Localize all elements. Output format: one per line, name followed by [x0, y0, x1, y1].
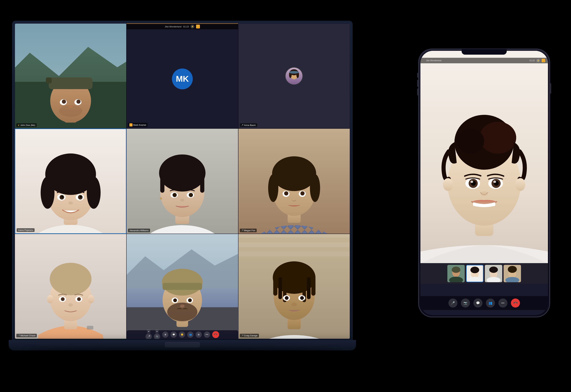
- svg-point-20: [289, 71, 299, 73]
- cell-alexandra-williams[interactable]: Alexandra Williams: [126, 128, 238, 234]
- phone-more-button[interactable]: •••: [498, 298, 508, 308]
- laptop-shadow: [26, 349, 339, 354]
- michael-chase-video: [15, 234, 126, 339]
- bearded-man-video: [127, 234, 238, 339]
- thumb-john-doe-img: [447, 265, 465, 282]
- cell-bearded-man[interactable]: [126, 234, 238, 339]
- svg-point-33: [80, 196, 82, 198]
- thumb-alexandra[interactable]: [485, 265, 502, 282]
- phone-top-bar: Jitsi Wonderland 01:23 ⚡ 🔒: [421, 58, 548, 63]
- anna-baum-badge: 🎤 Anna Baum: [240, 123, 257, 127]
- screen-share-button[interactable]: 🖥: [162, 332, 168, 338]
- laptop-screen: ♛ John Doe (Me) Jitsi Wonderland 01:23 ⚡…: [15, 23, 350, 339]
- phone-meeting-title: Jitsi Wonderland: [426, 59, 441, 62]
- svg-point-88: [188, 298, 192, 302]
- svg-point-82: [162, 269, 203, 295]
- video-chevron[interactable]: ▲: [155, 330, 159, 333]
- svg-point-141: [508, 266, 517, 273]
- phone-screen: Jitsi Wonderland 01:23 ⚡ 🔒: [421, 51, 548, 315]
- thumb-megan[interactable]: [504, 265, 521, 282]
- anna-circle-photo: [285, 67, 303, 85]
- mic-button[interactable]: 🎤: [146, 333, 152, 339]
- svg-rect-8: [46, 78, 52, 84]
- phone-thumbnail-strip: [421, 263, 548, 284]
- mic-chevron[interactable]: ▲: [147, 330, 150, 333]
- laptop-screen-bezel: ♛ John Doe (Me) Jitsi Wonderland 01:23 ⚡…: [12, 21, 353, 341]
- svg-point-14: [68, 105, 73, 108]
- svg-rect-7: [49, 78, 92, 89]
- svg-point-70: [77, 297, 81, 301]
- phone-participants-button[interactable]: 👥: [486, 298, 495, 308]
- svg-point-55: [268, 174, 278, 202]
- svg-rect-99: [273, 277, 277, 295]
- mic-off-icon: 🎤: [241, 124, 243, 126]
- quality-icon[interactable]: ⚡: [191, 25, 194, 28]
- phone-quality-icon[interactable]: ⚡: [536, 59, 540, 62]
- craig-garage-video: [239, 234, 350, 339]
- michael-chase-name: Michael Chase: [20, 334, 35, 337]
- cell-john-doe[interactable]: ♛ John Doe (Me): [15, 23, 126, 128]
- ioana-popescu-badge: Ioana Popescu: [17, 228, 35, 232]
- svg-point-129: [452, 266, 460, 273]
- svg-point-108: [300, 296, 304, 300]
- participants-button[interactable]: 👥: [187, 332, 194, 338]
- mk-avatar: MK: [172, 69, 193, 89]
- grid-button[interactable]: ⊞: [195, 332, 202, 338]
- cell-craig-garage[interactable]: 🎤 Craig Garage: [238, 234, 350, 339]
- phone-main-video[interactable]: [421, 51, 548, 284]
- emoji-button[interactable]: 😊: [179, 332, 185, 338]
- svg-point-45: [189, 193, 193, 197]
- megan-fox-name: Megan Fox: [244, 229, 255, 232]
- phone-device: Jitsi Wonderland 01:23 ⚡ 🔒: [418, 49, 550, 317]
- laptop-device: ♛ John Doe (Me) Jitsi Wonderland 01:23 ⚡…: [9, 21, 356, 350]
- cell-megan-fox[interactable]: 🎤 Megan Fox: [238, 128, 350, 234]
- svg-rect-100: [278, 277, 282, 299]
- alexandra-williams-video: [127, 129, 238, 234]
- svg-point-59: [284, 191, 288, 196]
- cell-mark-kramer[interactable]: Jitsi Wonderland 01:23 ⚡ 🔒 MK ♪ Mark Kra…: [126, 23, 238, 128]
- phone-chat-button[interactable]: 💬: [473, 298, 482, 308]
- svg-rect-40: [160, 174, 165, 193]
- megan-fox-badge: 🎤 Megan Fox: [240, 229, 257, 232]
- svg-point-46: [160, 197, 162, 200]
- end-call-button[interactable]: 📞: [211, 330, 221, 339]
- chat-button[interactable]: 💬: [170, 332, 177, 338]
- ioana-popescu-name: Ioana Popescu: [18, 229, 33, 231]
- svg-rect-94: [239, 252, 350, 256]
- laptop-trackpad: [165, 342, 200, 347]
- svg-rect-102: [311, 277, 315, 295]
- svg-point-109: [291, 303, 297, 306]
- volume-down-button: [417, 88, 418, 95]
- thumb-ioana[interactable]: [466, 265, 483, 282]
- svg-point-89: [180, 304, 185, 308]
- john-doe-name: John Doe (Me): [20, 124, 35, 126]
- svg-point-125: [493, 181, 496, 183]
- cell-ioana-popescu[interactable]: Ioana Popescu: [15, 128, 126, 234]
- anna-baum-name: Anna Baum: [244, 124, 256, 126]
- lock-icon[interactable]: 🔒: [196, 25, 200, 28]
- svg-point-11: [62, 99, 66, 104]
- cell-anna-baum[interactable]: 🎤 Anna Baum: [238, 23, 350, 128]
- phone-frame: Jitsi Wonderland 01:23 ⚡ 🔒: [418, 49, 550, 317]
- phone-video-button[interactable]: 📷: [461, 298, 470, 308]
- phone-notch: [462, 49, 507, 55]
- svg-point-26: [41, 177, 55, 209]
- svg-point-39: [159, 154, 205, 192]
- phone-lock-icon[interactable]: 🔒: [542, 59, 545, 62]
- svg-point-116: [443, 178, 453, 191]
- svg-point-69: [61, 297, 65, 301]
- mark-kramer-name: Mark Kramer: [133, 124, 146, 126]
- svg-point-34: [68, 201, 73, 205]
- more-button[interactable]: •••: [204, 332, 210, 338]
- cell-michael-chase[interactable]: 🎤 Michael Chase: [15, 234, 126, 339]
- svg-point-60: [300, 191, 304, 196]
- mic-section: ▲ 🎤: [146, 330, 152, 339]
- video-button[interactable]: 📷: [154, 333, 160, 339]
- michael-chase-badge: 🎤 Michael Chase: [16, 334, 37, 337]
- phone-end-call-button[interactable]: 📞: [509, 297, 522, 309]
- svg-rect-103: [307, 277, 311, 299]
- phone-mic-button[interactable]: 🎤: [448, 298, 457, 308]
- thumb-john-doe[interactable]: [447, 265, 465, 282]
- mic-off-icon-michael: 🎤: [18, 335, 20, 336]
- svg-point-137: [489, 266, 498, 273]
